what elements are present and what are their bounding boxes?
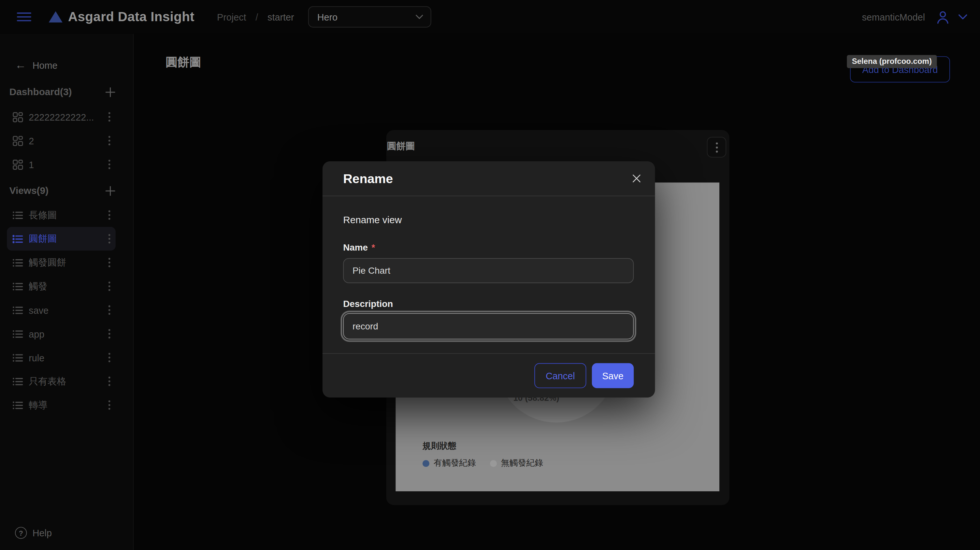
modal-body: Rename view Name * Pie Chart Description… <box>323 215 655 340</box>
list-view-icon <box>13 376 23 387</box>
sidebar-item-view[interactable]: save <box>7 298 116 322</box>
legend-item-label: 有觸發紀錄 <box>434 458 476 469</box>
list-view-icon <box>13 257 23 268</box>
list-view-icon <box>13 328 23 339</box>
save-button[interactable]: Save <box>592 363 634 388</box>
item-kebab-menu-icon[interactable] <box>107 399 112 411</box>
page-title: 圓餅圖 <box>165 54 201 71</box>
sidebar-item-view[interactable]: 圓餅圖 <box>7 227 116 251</box>
views-list: 長條圖 圓餅圖 <box>0 203 133 417</box>
sidebar-item-label: save <box>29 305 99 315</box>
dashboard-list: 22222222222... 2 <box>0 105 133 176</box>
sidebar-item-view[interactable]: 長條圖 <box>7 203 116 227</box>
breadcrumb: Project / starter <box>217 11 294 22</box>
item-kebab-menu-icon[interactable] <box>107 158 112 170</box>
legend-item[interactable]: 無觸發紀錄 <box>490 458 543 469</box>
list-view-icon <box>13 234 23 244</box>
sidebar-item-label: 2 <box>29 135 99 146</box>
card-kebab-menu-button[interactable] <box>707 137 726 157</box>
sidebar-item-label: 觸發圓餅 <box>29 256 99 268</box>
model-select-dropdown[interactable]: Hero <box>308 6 431 27</box>
sidebar-item-view[interactable]: app <box>7 322 116 346</box>
list-view-icon <box>13 352 23 363</box>
help-label: Help <box>33 528 52 538</box>
top-bar: Asgard Data Insight Project / starter He… <box>0 0 980 34</box>
sidebar-item-view[interactable]: rule <box>7 346 116 369</box>
legend-item[interactable]: 有觸發紀錄 <box>423 458 476 469</box>
required-asterisk: * <box>371 242 375 253</box>
account-chevron-down-icon[interactable] <box>958 14 967 20</box>
description-input[interactable]: record <box>343 313 634 340</box>
sidebar-item-dashboard[interactable]: 2 <box>7 129 116 153</box>
sidebar-item-view[interactable]: 觸發圓餅 <box>7 251 116 274</box>
sidebar-item-label: 只有表格 <box>29 375 99 387</box>
legend-title: 規則狀態 <box>423 440 457 452</box>
name-label-text: Name <box>343 242 368 253</box>
help-icon: ? <box>15 527 27 539</box>
add-view-icon[interactable] <box>105 185 116 196</box>
model-select-value: Hero <box>317 11 415 22</box>
kebab-menu-icon <box>716 142 718 153</box>
description-label-text: Description <box>343 299 393 309</box>
sidebar: ← Home Dashboard(3) <box>0 34 134 550</box>
item-kebab-menu-icon[interactable] <box>107 280 112 292</box>
cancel-button[interactable]: Cancel <box>534 363 586 388</box>
add-dashboard-icon[interactable] <box>105 87 116 97</box>
sidebar-item-label: 圓餅圖 <box>29 233 99 245</box>
sidebar-item-view[interactable]: 轉導 <box>7 393 116 417</box>
item-kebab-menu-icon[interactable] <box>107 375 112 388</box>
rename-modal: Rename Rename view Name * Pie Chart Desc… <box>323 161 655 397</box>
app-logo-triangle-icon <box>49 11 62 23</box>
dashboard-grid-icon <box>13 135 23 146</box>
item-kebab-menu-icon[interactable] <box>107 327 112 340</box>
user-tooltip: Selena (profcoo.com) <box>847 55 937 68</box>
sidebar-item-label: 22222222222... <box>29 111 99 122</box>
breadcrumb-project[interactable]: Project <box>217 11 246 22</box>
list-view-icon <box>13 400 23 410</box>
sidebar-item-label: app <box>29 328 99 339</box>
arrow-left-icon: ← <box>15 59 26 71</box>
item-kebab-menu-icon[interactable] <box>107 256 112 269</box>
semantic-model-label: semanticModel <box>862 11 925 22</box>
sidebar-item-label: 1 <box>29 159 99 170</box>
sidebar-views-section-header: Views(9) <box>10 184 116 197</box>
sidebar-item-dashboard[interactable]: 1 <box>7 153 116 176</box>
item-kebab-menu-icon[interactable] <box>107 233 112 245</box>
chevron-down-icon <box>415 14 423 19</box>
item-kebab-menu-icon[interactable] <box>107 351 112 364</box>
breadcrumb-separator: / <box>255 11 258 22</box>
item-kebab-menu-icon[interactable] <box>107 134 112 146</box>
sidebar-item-label: 觸發 <box>29 280 99 292</box>
dashboard-grid-icon <box>13 111 23 122</box>
hamburger-menu-icon[interactable] <box>17 13 31 22</box>
legend-item-label: 無觸發紀錄 <box>501 458 543 469</box>
sidebar-item-view[interactable]: 只有表格 <box>7 369 116 393</box>
topbar-right-group: semanticModel <box>862 10 967 24</box>
name-input[interactable]: Pie Chart <box>343 258 634 283</box>
legend-row: 有觸發紀錄 無觸發紀錄 <box>423 458 543 469</box>
sidebar-dashboard-section-header: Dashboard(3) <box>10 85 116 99</box>
help-button[interactable]: ? Help <box>15 527 52 539</box>
list-view-icon <box>13 305 23 315</box>
sidebar-home-button[interactable]: ← Home <box>15 59 133 71</box>
views-section-label: Views(9) <box>10 185 49 197</box>
modal-title: Rename <box>343 171 630 186</box>
sidebar-item-label: 長條圖 <box>29 209 99 221</box>
description-field-label: Description <box>343 299 634 309</box>
modal-header: Rename <box>323 161 655 196</box>
legend-dot-icon <box>490 460 496 467</box>
item-kebab-menu-icon[interactable] <box>107 209 112 221</box>
breadcrumb-current[interactable]: starter <box>267 11 294 22</box>
item-kebab-menu-icon[interactable] <box>107 111 112 123</box>
sidebar-item-dashboard[interactable]: 22222222222... <box>7 105 116 129</box>
dashboard-section-label: Dashboard(3) <box>10 86 72 98</box>
user-icon[interactable] <box>936 10 950 24</box>
sidebar-home-label: Home <box>33 60 58 70</box>
sidebar-item-view[interactable]: 觸發 <box>7 274 116 298</box>
modal-footer: Cancel Save <box>323 353 655 397</box>
list-view-icon <box>13 210 23 221</box>
sidebar-item-label: rule <box>29 352 99 363</box>
item-kebab-menu-icon[interactable] <box>107 304 112 316</box>
close-icon[interactable] <box>630 172 644 186</box>
app-title: Asgard Data Insight <box>68 10 194 24</box>
